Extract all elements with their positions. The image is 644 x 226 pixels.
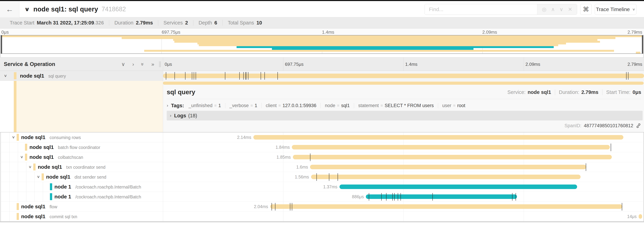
operation-name: consuming rows <box>50 135 81 140</box>
tree-indent-guide <box>10 202 10 211</box>
detail-meta-item: Duration:2.79ms <box>555 89 602 95</box>
find-prev-icon[interactable]: ∧ <box>551 7 555 12</box>
chevron-right-icon: › <box>170 113 172 118</box>
log-marker <box>338 173 338 181</box>
minimap-right-scrubber[interactable] <box>642 35 643 54</box>
detail-meta-value: 0μs <box>632 89 641 95</box>
minimap-left-scrubber[interactable] <box>1 35 2 54</box>
span-id-value: 4877749850101760812 <box>584 123 633 128</box>
tags-accordion[interactable]: › Tags: _unfinished=1_verbose=1client=12… <box>167 101 465 110</box>
trace-view-selector[interactable]: Trace Timeline ∨ <box>595 4 636 15</box>
log-marker <box>386 193 386 201</box>
timeline-ruler-label: 0μs <box>165 62 172 67</box>
tags-label: Tags: <box>171 103 184 108</box>
find-group: ◎ ∧ ∨ ✕ <box>424 4 577 15</box>
summary-label: Trace Start <box>10 20 34 26</box>
minimap-ruler-label: 697.75μs <box>162 30 180 35</box>
tree-chevron-icon[interactable]: ∨ <box>4 73 7 78</box>
span-bar-cell[interactable]: 1.6ms <box>163 162 644 172</box>
span-bar-cell[interactable]: 2.14ms <box>163 132 644 142</box>
operation-name: colbatchscan <box>58 155 83 160</box>
find-input[interactable] <box>425 4 537 15</box>
tree-chevron-icon[interactable]: ∨ <box>28 164 32 169</box>
log-marker <box>225 72 225 80</box>
summary-value: 6 <box>214 20 217 26</box>
span-duration-bar[interactable] <box>366 194 517 199</box>
minimap-ruler-label: 2.09ms <box>482 30 497 35</box>
keyboard-shortcuts-button[interactable]: ⌘ <box>580 4 592 15</box>
span-duration-label: 14μs <box>627 214 637 219</box>
span-tree-cell[interactable]: ∨node sql1sql query <box>0 71 163 81</box>
span-bar-cell[interactable]: 1.37ms <box>163 182 644 192</box>
span-duration-bar[interactable] <box>311 175 580 179</box>
summary-label: Total Spans <box>228 20 254 26</box>
tree-chevron-icon[interactable]: ∨ <box>20 155 24 159</box>
minimap-canvas[interactable] <box>1 35 643 54</box>
detail-meta-label: Start Time: <box>606 89 630 95</box>
trace-minimap[interactable] <box>1 35 643 54</box>
span-tree-cell[interactable]: ∨node sql1consuming rows <box>0 132 163 142</box>
trace-collapse-icon[interactable]: ∨ <box>24 6 30 13</box>
detail-span-bar[interactable] <box>163 82 644 85</box>
find-clear-icon[interactable]: ✕ <box>568 7 572 12</box>
tag-key: user <box>442 103 452 108</box>
span-duration-bar[interactable] <box>163 74 644 78</box>
span-tree-cell[interactable]: node 1/cockroach.roachpb.Internal/Batch <box>0 182 163 192</box>
tag-equals: = <box>250 103 253 108</box>
span-duration-bar[interactable] <box>270 204 622 209</box>
locate-icon[interactable]: ◎ <box>542 7 546 12</box>
detail-meta-item: Service:node sql1 <box>504 89 555 95</box>
tree-chevron-icon[interactable]: ∨ <box>37 174 40 179</box>
span-rows: ∨node sql1sql query sql query Service:no… <box>0 71 644 221</box>
log-marker <box>512 193 512 201</box>
span-duration-bar[interactable] <box>310 165 586 169</box>
minimap-span-bar <box>122 37 615 39</box>
span-tree-cell[interactable]: ∨node sql1colbatchscan <box>0 152 163 162</box>
log-marker <box>196 72 196 80</box>
collapse-all-icon[interactable]: » <box>140 63 145 66</box>
span-row: node 1/cockroach.roachpb.Internal/Batch1… <box>0 182 644 192</box>
expand-one-icon[interactable]: › <box>132 62 134 67</box>
span-tree-cell[interactable]: ∨node sql1dist sender send <box>0 172 163 182</box>
logs-count: (18) <box>188 113 197 119</box>
span-tree-cell[interactable]: node sql1commit sql txn <box>0 211 163 221</box>
service-name: node sql1 <box>21 213 46 219</box>
span-duration-bar[interactable] <box>639 214 642 219</box>
expand-all-icon[interactable]: » <box>151 62 154 67</box>
span-bar-cell[interactable]: 1.84ms <box>163 142 644 152</box>
tree-indent-guide <box>10 211 10 221</box>
tag-item: _unfinished=1 <box>188 103 221 108</box>
operation-name: dist sender send <box>74 175 106 180</box>
log-marker <box>622 203 622 210</box>
span-tree-cell[interactable]: node 1/cockroach.roachpb.Internal/Batch <box>0 192 163 202</box>
column-resizer[interactable] <box>159 61 162 67</box>
find-next-icon[interactable]: ∨ <box>560 7 563 12</box>
log-marker <box>310 153 310 161</box>
span-bar-cell[interactable]: 14μs <box>163 211 644 221</box>
span-bar-cell[interactable]: 2.04ms <box>163 202 644 211</box>
span-duration-bar[interactable] <box>340 184 577 189</box>
link-icon[interactable] <box>636 123 641 128</box>
span-bar-cell[interactable]: 1.56ms <box>163 172 644 182</box>
collapse-one-icon[interactable]: ∨ <box>121 62 125 67</box>
span-duration-bar[interactable] <box>253 135 624 140</box>
logs-accordion[interactable]: › Logs (18) <box>167 111 642 120</box>
span-bar-cell[interactable]: 1.85ms <box>163 152 644 162</box>
span-duration-bar[interactable] <box>292 145 610 149</box>
span-tree-cell[interactable]: ∨node sql1txn coordinator send <box>0 162 163 172</box>
minimap-span-bar <box>636 52 640 54</box>
service-color-bar <box>50 183 52 190</box>
tree-chevron-icon[interactable]: ∨ <box>12 135 15 139</box>
span-bar-cell[interactable] <box>163 71 644 81</box>
span-duration-bar[interactable] <box>293 155 612 159</box>
tag-key: statement <box>358 103 379 108</box>
tag-equals: = <box>214 103 217 108</box>
span-tree-cell[interactable]: node sql1flow <box>0 202 163 211</box>
span-tree-cell[interactable]: node sql1batch flow coordinator <box>0 142 163 152</box>
log-marker <box>381 193 382 201</box>
tree-indent-guide <box>10 192 10 201</box>
tag-equals: = <box>278 103 281 108</box>
span-bar-cell[interactable]: 886μs <box>163 192 644 202</box>
timeline-header: Service & Operation ∨ › » » 0μs697.75μs1… <box>0 57 644 71</box>
back-button[interactable]: ← <box>0 1 20 17</box>
